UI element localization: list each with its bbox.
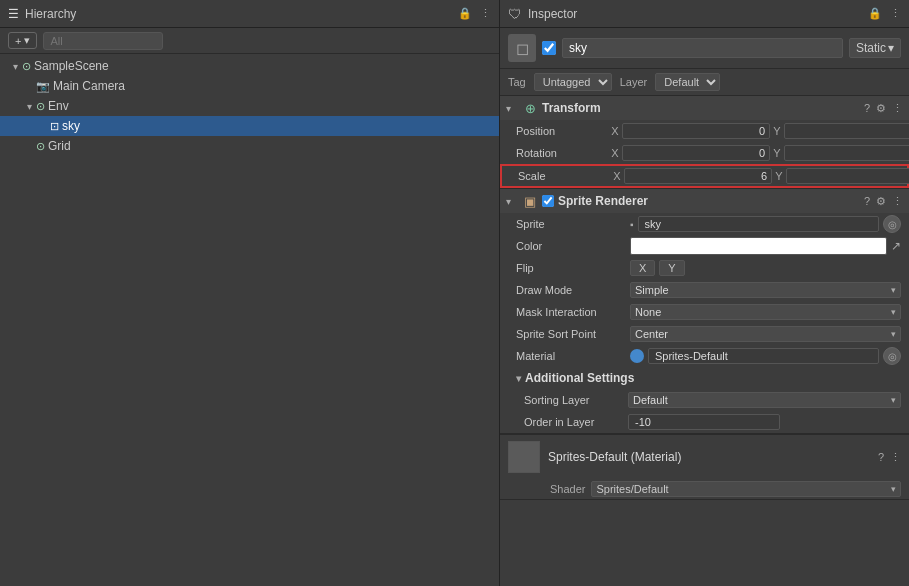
sorting-layer-dropdown[interactable]: Default ▾ <box>628 392 901 408</box>
tag-select[interactable]: Untagged <box>534 73 612 91</box>
sprite-picker-button[interactable]: ◎ <box>883 215 901 233</box>
sr-icon: ▣ <box>522 193 538 209</box>
tree-item-sky[interactable]: ⊡ sky <box>0 116 499 136</box>
scale-y-label: Y <box>774 170 784 182</box>
rotation-x-label: X <box>610 147 620 159</box>
scale-x-label: X <box>612 170 622 182</box>
material-input[interactable] <box>648 348 879 364</box>
material-value: ◎ <box>630 347 901 365</box>
sprite-sort-point-label: Sprite Sort Point <box>516 328 626 340</box>
tree-item-maincamera[interactable]: 📷 Main Camera <box>0 76 499 96</box>
hierarchy-title: Hierarchy <box>25 7 76 21</box>
rotation-row: Rotation X Y Z <box>500 142 909 164</box>
sprite-value: ▪ ◎ <box>630 215 901 233</box>
transform-header[interactable]: ▾ ⊕ Transform ? ⚙ ⋮ <box>500 96 909 120</box>
sprite-renderer-section: ▾ ▣ Sprite Renderer ? ⚙ ⋮ Sprite ▪ ◎ <box>500 189 909 434</box>
sprite-sort-point-row: Sprite Sort Point Center ▾ <box>500 323 909 345</box>
flip-x-button[interactable]: X <box>630 260 655 276</box>
hierarchy-toolbar: + ▾ <box>0 28 499 54</box>
transform-more-icon[interactable]: ⋮ <box>892 102 903 115</box>
tree-item-env[interactable]: ▾ ⊙ Env <box>0 96 499 116</box>
static-label: Static <box>856 41 886 55</box>
hierarchy-lock-icon[interactable]: 🔒 <box>458 7 472 20</box>
draw-mode-dropdown[interactable]: Simple ▾ <box>630 282 901 298</box>
tree-item-grid[interactable]: ⊙ Grid <box>0 136 499 156</box>
sr-settings-icon[interactable]: ⚙ <box>876 195 886 208</box>
order-in-layer-input[interactable] <box>628 414 780 430</box>
scale-y-field: Y <box>774 168 909 184</box>
layer-select[interactable]: Default <box>655 73 720 91</box>
additional-settings-header[interactable]: ▾ Additional Settings <box>500 367 909 389</box>
hierarchy-more-icon[interactable]: ⋮ <box>480 7 491 20</box>
hierarchy-add-button[interactable]: + ▾ <box>8 32 37 49</box>
inspector-more-icon[interactable]: ⋮ <box>890 7 901 20</box>
scene-arrow: ▾ <box>8 61 22 72</box>
hierarchy-menu-icon[interactable]: ☰ <box>8 7 19 21</box>
mask-interaction-chevron: ▾ <box>891 307 896 317</box>
color-row: Color ↗ <box>500 235 909 257</box>
position-x-input[interactable] <box>622 123 770 139</box>
flip-y-button[interactable]: Y <box>659 260 684 276</box>
material-more-icon[interactable]: ⋮ <box>890 451 901 464</box>
mask-interaction-text: None <box>635 306 661 318</box>
grid-label: Grid <box>48 139 71 153</box>
object-icon: ◻ <box>508 34 536 62</box>
color-picker-icon[interactable]: ↗ <box>891 239 901 253</box>
sr-help-icon[interactable]: ? <box>864 195 870 208</box>
inspector-panel: 🛡 Inspector 🔒 ⋮ ◻ Static ▾ Tag Untagged <box>500 0 909 586</box>
position-label: Position <box>516 125 606 137</box>
draw-mode-chevron: ▾ <box>891 285 896 295</box>
layer-label: Layer <box>620 76 648 88</box>
sorting-layer-value: Default ▾ <box>628 392 901 408</box>
camera-icon: 📷 <box>36 80 50 93</box>
material-help-icon[interactable]: ? <box>878 451 884 464</box>
transform-settings-icon[interactable]: ⚙ <box>876 102 886 115</box>
shader-value-text: Sprites/Default <box>596 483 668 495</box>
color-value: ↗ <box>630 237 901 255</box>
static-button[interactable]: Static ▾ <box>849 38 901 58</box>
sky-icon: ⊡ <box>50 120 59 133</box>
rotation-y-field: Y <box>772 145 909 161</box>
hierarchy-search-input[interactable] <box>43 32 163 50</box>
sprite-input[interactable] <box>638 216 879 232</box>
rotation-y-label: Y <box>772 147 782 159</box>
color-swatch[interactable] <box>630 237 887 255</box>
sprite-sort-point-value: Center ▾ <box>630 326 901 342</box>
shader-dropdown[interactable]: Sprites/Default ▾ <box>591 481 901 497</box>
sprite-sort-point-chevron: ▾ <box>891 329 896 339</box>
scale-y-input[interactable] <box>786 168 909 184</box>
scene-label: SampleScene <box>34 59 109 73</box>
tree-item-samplescene[interactable]: ▾ ⊙ SampleScene <box>0 56 499 76</box>
flip-label: Flip <box>516 262 626 274</box>
transform-section: ▾ ⊕ Transform ? ⚙ ⋮ Position X <box>500 96 909 189</box>
object-active-checkbox[interactable] <box>542 41 556 55</box>
rotation-y-input[interactable] <box>784 145 909 161</box>
rotation-x-input[interactable] <box>622 145 770 161</box>
env-arrow: ▾ <box>22 101 36 112</box>
object-name-input[interactable] <box>562 38 843 58</box>
shader-chevron: ▾ <box>891 484 896 494</box>
sr-active-checkbox[interactable] <box>542 195 554 207</box>
transform-help-icon[interactable]: ? <box>864 102 870 115</box>
inspector-lock-icon[interactable]: 🔒 <box>868 7 882 20</box>
sorting-layer-label: Sorting Layer <box>524 394 624 406</box>
position-y-input[interactable] <box>784 123 909 139</box>
draw-mode-text: Simple <box>635 284 669 296</box>
rotation-label: Rotation <box>516 147 606 159</box>
scale-label: Scale <box>518 170 608 182</box>
sr-more-icon[interactable]: ⋮ <box>892 195 903 208</box>
sprite-renderer-header[interactable]: ▾ ▣ Sprite Renderer ? ⚙ ⋮ <box>500 189 909 213</box>
order-in-layer-value <box>628 414 901 430</box>
transform-title: Transform <box>542 101 860 115</box>
camera-label: Main Camera <box>53 79 125 93</box>
object-header: ◻ Static ▾ <box>500 28 909 69</box>
position-x-field: X <box>610 123 770 139</box>
sprite-sort-point-dropdown[interactable]: Center ▾ <box>630 326 901 342</box>
scale-x-input[interactable] <box>624 168 772 184</box>
mask-interaction-dropdown[interactable]: None ▾ <box>630 304 901 320</box>
material-picker-button[interactable]: ◎ <box>883 347 901 365</box>
draw-mode-label: Draw Mode <box>516 284 626 296</box>
transform-toggle-icon: ▾ <box>506 103 518 114</box>
material-label: Material <box>516 350 626 362</box>
position-row: Position X Y Z <box>500 120 909 142</box>
